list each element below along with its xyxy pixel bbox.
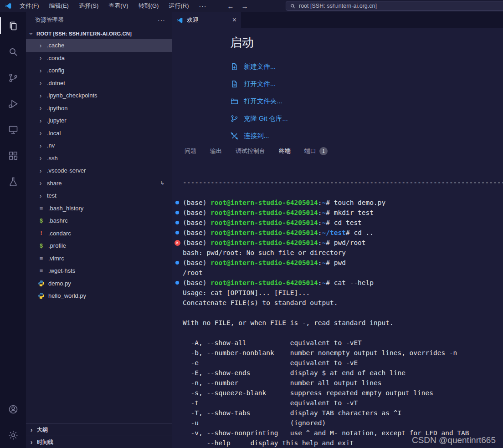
nav-back-icon[interactable]: ← [227, 2, 234, 10]
tree-item-label: .dotnet [47, 80, 65, 87]
panel-tab[interactable]: 调试控制台 [236, 142, 265, 160]
terminal-gutter: × [172, 240, 183, 246]
terminal-line: (base) root@intern-studio-64205014:~/tes… [172, 228, 503, 238]
explorer-section-header[interactable]: › ROOT [SSH: SSH.INTERN-AI.ORG.CN] [26, 28, 172, 39]
git-clone-icon [230, 114, 239, 123]
sidebar-bottom-section[interactable]: ›时间线 [26, 436, 172, 448]
tree-item[interactable]: ›.vscode-server [26, 164, 172, 177]
welcome-link[interactable]: 克隆 Git 仓库... [230, 110, 503, 127]
tree-item[interactable]: ›.conda [26, 52, 172, 65]
menu-bar: 文件(F)编辑(E)选择(S)查看(V)转到(G)运行(R) [15, 2, 194, 10]
menu-item[interactable]: 文件(F) [15, 2, 44, 10]
terminal-text: ----------------------------------------… [183, 178, 503, 188]
open-file-icon [230, 80, 239, 88]
explorer-icon[interactable] [0, 13, 26, 39]
chevron-right-icon: › [38, 192, 43, 199]
terminal-line [172, 308, 503, 318]
terminal-text: -E, --show-ends display $ at end of each… [183, 368, 405, 378]
terminal-line: (base) root@intern-studio-64205014:~# cd… [172, 218, 503, 228]
welcome-link[interactable]: 打开文件夹... [230, 92, 503, 110]
testing-icon[interactable] [0, 168, 26, 194]
extensions-icon[interactable] [0, 143, 26, 168]
welcome-link[interactable]: 打开文件... [230, 75, 503, 92]
tree-item[interactable]: $.bashrc [26, 214, 172, 227]
panel-tab-label: 调试控制台 [236, 147, 265, 155]
tree-item[interactable]: ›.ipython [26, 102, 172, 115]
list-file-icon: ≡ [38, 255, 45, 262]
terminal-text: (base) root@intern-studio-64205014:~# cd… [183, 218, 362, 228]
terminal-text: With no FILE, or when FILE is -, read st… [183, 318, 394, 328]
config-warning-icon: ! [38, 230, 45, 236]
shell-file-icon: $ [38, 243, 45, 249]
tree-item[interactable]: ›.ssh [26, 152, 172, 165]
sidebar-bottom-section[interactable]: ›大纲 [26, 423, 172, 436]
tab-welcome[interactable]: 欢迎 × [172, 12, 241, 28]
terminal-text: (base) root@intern-studio-64205014:~# ca… [183, 278, 374, 288]
close-icon[interactable]: × [232, 16, 236, 24]
tree-item[interactable]: ›.jupyter [26, 114, 172, 127]
terminal-text: (base) root@intern-studio-64205014:~/tes… [183, 228, 374, 238]
tree-item[interactable]: demo.py [26, 277, 172, 290]
menu-item[interactable]: 运行(R) [164, 2, 194, 10]
more-actions-icon[interactable]: ··· [158, 16, 165, 24]
remote-explorer-icon[interactable] [0, 117, 26, 143]
tree-item[interactable]: !.condarc [26, 227, 172, 240]
tree-item[interactable]: ›.config [26, 64, 172, 77]
terminal-line: /root [172, 268, 503, 278]
tree-item-label: .ssh [47, 155, 58, 162]
terminal-line: -A, --show-all equivalent to -vET [172, 338, 503, 348]
command-success-marker [175, 281, 179, 285]
sidebar-header: 资源管理器 ··· [26, 12, 172, 28]
tree-item[interactable]: ≡.bash_history [26, 202, 172, 215]
tree-item[interactable]: hello_world.py [26, 290, 172, 302]
source-control-icon[interactable] [0, 65, 26, 91]
tree-item[interactable]: ›.cache [26, 39, 172, 52]
settings-icon[interactable] [0, 422, 26, 448]
sidebar-title: 资源管理器 [35, 16, 64, 24]
terminal[interactable]: ----------------------------------------… [172, 160, 503, 448]
search-icon[interactable] [0, 39, 26, 65]
terminal-line: (base) root@intern-studio-64205014:~# pw… [172, 258, 503, 268]
command-center-search[interactable]: root [SSH: ssh.intern-ai.org.cn] [286, 1, 503, 11]
vscode-logo-icon [5, 2, 12, 10]
panel-tab[interactable]: 输出 [210, 142, 222, 160]
tree-item[interactable]: ›share↳ [26, 177, 172, 190]
tree-item[interactable]: ›test [26, 189, 172, 202]
terminal-text: (base) root@intern-studio-64205014:~# pw… [183, 258, 346, 268]
terminal-text: (base) root@intern-studio-64205014:~# to… [183, 198, 385, 208]
tree-item[interactable]: ≡.vimrc [26, 252, 172, 265]
account-icon[interactable] [0, 396, 26, 422]
terminal-line: -s, --squeeze-blank suppress repeated em… [172, 388, 503, 398]
terminal-line: (base) root@intern-studio-64205014:~# to… [172, 198, 503, 208]
welcome-link-label: 克隆 Git 仓库... [244, 114, 288, 123]
tree-item-label: .vimrc [48, 255, 64, 262]
panel-tab[interactable]: 终端 [279, 142, 291, 160]
tree-item[interactable]: $.profile [26, 239, 172, 252]
menu-item[interactable]: 编辑(E) [44, 2, 74, 10]
tree-item-label: .ipython [47, 105, 68, 112]
run-debug-icon[interactable] [0, 91, 26, 117]
panel-tab[interactable]: 端口1 [304, 142, 328, 160]
terminal-line: Concatenate FILE(s) to standard output. [172, 298, 503, 308]
tree-item[interactable]: ›.dotnet [26, 77, 172, 90]
menu-overflow[interactable]: ··· [194, 2, 211, 10]
panel-tab[interactable]: 问题 [185, 142, 196, 160]
welcome-link[interactable]: 新建文件... [230, 58, 503, 75]
chevron-right-icon: › [38, 104, 43, 112]
symlink-arrow-icon: ↳ [160, 180, 164, 186]
terminal-line: (base) root@intern-studio-64205014:~# ca… [172, 278, 503, 288]
menu-item[interactable]: 查看(V) [103, 2, 133, 10]
tree-item[interactable]: ≡.wget-hsts [26, 265, 172, 277]
tree-item[interactable]: ›.nv [26, 139, 172, 152]
terminal-text: (base) root@intern-studio-64205014:~# mk… [183, 208, 374, 218]
watermark: CSDN @quentinrt665 [412, 435, 496, 445]
nav-forward-icon[interactable]: → [241, 2, 248, 10]
tree-item[interactable]: ›.ipynb_checkpoints [26, 89, 172, 102]
tree-item[interactable]: ›.local [26, 127, 172, 140]
tree-item-label: .ipynb_checkpoints [47, 92, 98, 99]
terminal-gutter [172, 231, 183, 234]
terminal-text: -A, --show-all equivalent to -vET [183, 338, 362, 348]
menu-item[interactable]: 转到(G) [133, 2, 164, 10]
command-success-marker [175, 211, 179, 214]
menu-item[interactable]: 选择(S) [74, 2, 103, 10]
